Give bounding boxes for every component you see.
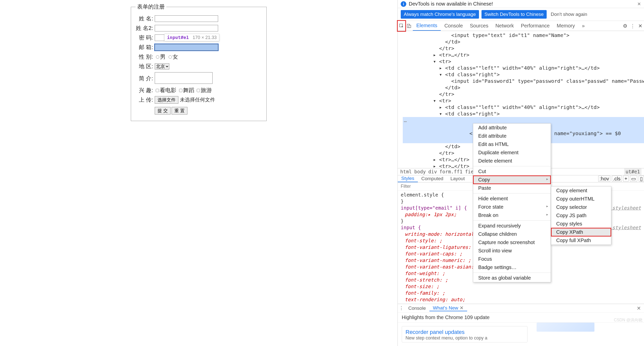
dom-line[interactable]: ▾ <td class="right"> — [403, 71, 644, 78]
hobby-dance[interactable]: 舞蹈 — [178, 87, 194, 93]
reset-button[interactable]: 重 置 — [172, 107, 187, 114]
menu-item[interactable]: Add attribute — [473, 124, 551, 132]
dom-line[interactable]: <input id="Password1" type="password" cl… — [403, 78, 644, 84]
menu-item[interactable]: Copy full XPath — [551, 236, 611, 245]
dom-line[interactable]: </td> — [403, 84, 644, 91]
dom-line[interactable]: </tr> — [403, 91, 644, 97]
name2-input[interactable] — [155, 25, 218, 31]
dom-line[interactable]: ▸ <td class=""left"" width="40%" align="… — [403, 104, 644, 110]
intro-textarea[interactable] — [155, 72, 213, 84]
tab-elements[interactable]: Elements — [413, 21, 441, 31]
menu-item[interactable]: Store as global variable — [473, 274, 551, 282]
new-rule-plus-icon[interactable]: + — [623, 176, 629, 182]
label-hobby: 兴 趣: — [136, 86, 154, 94]
menu-item[interactable]: Edit attribute — [473, 132, 551, 140]
tab-console[interactable]: Console — [441, 21, 466, 31]
device-toolbar-icon[interactable] — [405, 23, 413, 28]
region-select[interactable]: 北京 — [155, 63, 169, 69]
menu-item[interactable]: Hide element — [473, 195, 551, 203]
drawer: ⋮ Console What's New✕ ✕ Highlights from … — [398, 304, 644, 346]
menu-item[interactable]: Copy — [473, 176, 551, 184]
menu-item[interactable]: Copy outerHTML — [551, 195, 611, 203]
submit-button[interactable]: 提 交 — [155, 107, 171, 114]
menu-item[interactable]: Badge settings… — [473, 263, 551, 272]
kebab-menu-icon[interactable]: ⋮ — [629, 23, 636, 29]
menu-item[interactable]: Copy selector — [551, 203, 611, 211]
tabs-overflow-icon[interactable]: » — [578, 21, 588, 31]
choose-file-button[interactable]: 选择文件 — [155, 96, 178, 104]
drawer-tab-console[interactable]: Console — [405, 305, 429, 311]
computed-toggle-icon[interactable]: ▭ — [630, 176, 637, 182]
gender-female-option[interactable]: 女 — [167, 54, 178, 60]
email-input[interactable] — [155, 44, 218, 51]
css-property[interactable]: font-family: ; — [405, 290, 641, 296]
drawer-tab-whatsnew[interactable]: What's New✕ — [429, 305, 467, 311]
recorder-thumbnail — [537, 323, 594, 332]
menu-item[interactable]: Copy JS path — [551, 211, 611, 220]
inspect-element-icon[interactable] — [398, 21, 405, 31]
label-name: 姓 名: — [136, 15, 154, 23]
dom-line[interactable]: ▾ <td class="right"> — [403, 110, 644, 117]
menu-item[interactable]: Expand recursively — [473, 222, 551, 230]
crumb-form[interactable]: form.ff1 — [439, 169, 463, 174]
css-property[interactable]: text-rendering: auto; — [405, 296, 641, 303]
gender-female-radio[interactable] — [169, 55, 172, 59]
menu-item[interactable]: Force state — [473, 203, 551, 211]
crumb-html[interactable]: html — [400, 169, 412, 174]
dom-line[interactable]: ▸ <tr>…</tr> — [403, 52, 644, 58]
dom-line[interactable]: ▾ <tr> — [403, 58, 644, 65]
menu-item[interactable]: Break on — [473, 211, 551, 219]
menu-item[interactable]: Capture node screenshot — [473, 238, 551, 247]
menu-item[interactable]: Focus — [473, 255, 551, 263]
gender-male-option[interactable]: 男 — [155, 54, 166, 60]
infobar-close-icon[interactable]: ✕ — [637, 1, 641, 7]
always-match-button[interactable]: Always match Chrome's language — [401, 10, 479, 19]
tab-memory[interactable]: Memory — [553, 21, 578, 31]
drawer-menu-icon[interactable]: ⋮ — [398, 305, 405, 311]
tab-sources[interactable]: Sources — [466, 21, 492, 31]
menu-item[interactable]: Scroll into view — [473, 247, 551, 255]
copy-submenu[interactable]: Copy elementCopy outerHTMLCopy selectorC… — [551, 186, 611, 245]
tab-performance[interactable]: Performance — [517, 21, 553, 31]
tab-styles[interactable]: Styles — [398, 175, 418, 182]
hobby-travel[interactable]: 旅游 — [196, 87, 212, 93]
tab-layout[interactable]: Layout — [447, 175, 468, 182]
gender-male-radio[interactable] — [156, 55, 159, 59]
menu-item[interactable]: Edit as HTML — [473, 140, 551, 148]
menu-item[interactable]: Collapse children — [473, 230, 551, 238]
label-password: 密 码: — [136, 34, 154, 42]
crumb-div[interactable]: div — [428, 169, 437, 174]
menu-item[interactable]: Paste — [473, 184, 551, 192]
label-intro: 简 介: — [136, 72, 154, 85]
menu-item[interactable]: Duplicate element — [473, 148, 551, 157]
hov-toggle[interactable]: :hov — [598, 176, 610, 182]
css-property[interactable]: font-size: ; — [405, 283, 641, 290]
dom-line[interactable]: </td> — [403, 39, 644, 45]
menu-item[interactable]: Copy element — [551, 186, 611, 195]
hobby-movie[interactable]: 看电影 — [155, 87, 176, 93]
menu-item[interactable]: Cut — [473, 167, 551, 176]
context-menu[interactable]: Add attributeEdit attributeEdit as HTMLD… — [473, 123, 551, 282]
dont-show-button[interactable]: Don't show again — [549, 11, 589, 17]
dom-line[interactable]: ▾ <tr> — [403, 97, 644, 104]
overflow-ellipsis-icon[interactable]: … — [404, 117, 407, 124]
name-input[interactable] — [155, 15, 218, 22]
tab-computed[interactable]: Computed — [418, 175, 447, 182]
recorder-card[interactable]: Recorder panel updates New step context … — [402, 326, 528, 342]
devtools-close-icon[interactable]: ✕ — [636, 23, 644, 29]
menu-item[interactable]: Delete element — [473, 157, 551, 165]
dom-line[interactable]: ▸ <td class=""left"" width="40%" align="… — [403, 65, 644, 71]
sidebar-toggle-icon[interactable]: ▯ — [639, 176, 644, 182]
switch-chinese-button[interactable]: Switch DevTools to Chinese — [481, 10, 547, 19]
dom-line[interactable]: </tr> — [403, 45, 644, 52]
drawer-close-icon[interactable]: ✕ — [634, 305, 644, 311]
crumb-input[interactable]: ut#e1 — [624, 168, 641, 175]
menu-item[interactable]: Copy XPath — [551, 228, 611, 236]
crumb-body[interactable]: body — [414, 169, 426, 174]
tab-network[interactable]: Network — [492, 21, 517, 31]
cls-toggle[interactable]: .cls — [612, 176, 622, 182]
menu-item[interactable]: Copy styles — [551, 220, 611, 228]
dom-line[interactable]: <input type="text" id="t1" name="Name"> — [403, 32, 644, 39]
settings-gear-icon[interactable]: ⚙ — [621, 23, 629, 29]
close-icon[interactable]: ✕ — [460, 305, 464, 311]
